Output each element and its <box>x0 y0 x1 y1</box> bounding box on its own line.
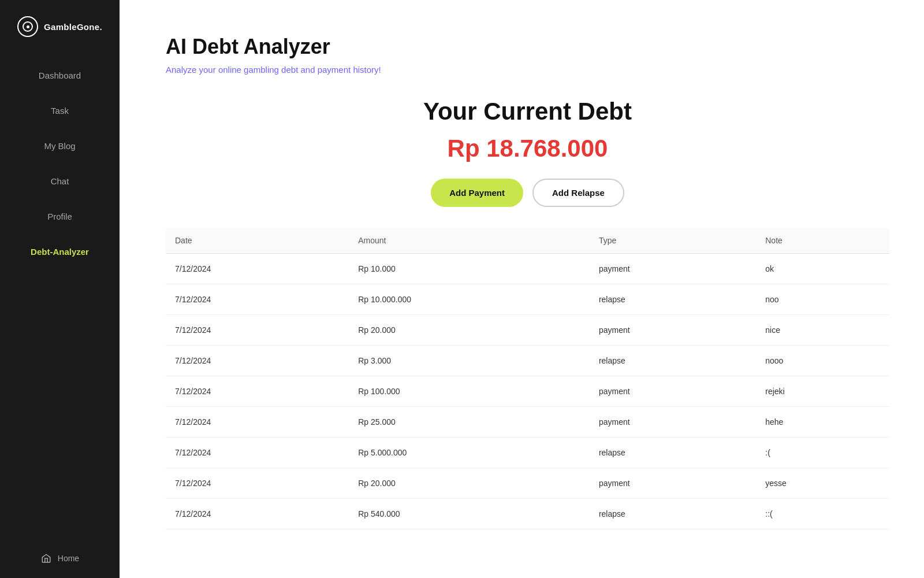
cell-amount: Rp 5.000.000 <box>349 438 590 468</box>
cell-amount: Rp 100.000 <box>349 376 590 407</box>
sidebar: GambleGone. Dashboard Task My Blog Chat … <box>0 0 120 578</box>
table-row: 7/12/2024 Rp 10.000 payment ok <box>166 254 889 284</box>
cell-date: 7/12/2024 <box>166 407 349 438</box>
page-subtitle: Analyze your online gambling debt and pa… <box>166 65 889 75</box>
cell-date: 7/12/2024 <box>166 499 349 529</box>
cell-amount: Rp 10.000 <box>349 254 590 284</box>
cell-amount: Rp 25.000 <box>349 407 590 438</box>
table-row: 7/12/2024 Rp 25.000 payment hehe <box>166 407 889 438</box>
cell-type: relapse <box>590 499 756 529</box>
cell-type: payment <box>590 315 756 346</box>
cell-amount: Rp 10.000.000 <box>349 284 590 315</box>
table-row: 7/12/2024 Rp 20.000 payment yesse <box>166 468 889 499</box>
cell-date: 7/12/2024 <box>166 284 349 315</box>
cell-type: payment <box>590 376 756 407</box>
home-icon <box>40 553 52 564</box>
cell-note: rejeki <box>756 376 889 407</box>
cell-date: 7/12/2024 <box>166 438 349 468</box>
cell-date: 7/12/2024 <box>166 468 349 499</box>
sidebar-logo: GambleGone. <box>0 0 120 58</box>
cell-type: relapse <box>590 284 756 315</box>
col-header-note: Note <box>756 228 889 254</box>
col-header-date: Date <box>166 228 349 254</box>
cell-type: payment <box>590 254 756 284</box>
sidebar-item-chat[interactable]: Chat <box>0 164 120 199</box>
table-row: 7/12/2024 Rp 540.000 relapse ::( <box>166 499 889 529</box>
cell-amount: Rp 20.000 <box>349 315 590 346</box>
cell-type: payment <box>590 407 756 438</box>
page-title: AI Debt Analyzer <box>166 35 889 59</box>
table-header: Date Amount Type Note <box>166 228 889 254</box>
sidebar-nav: Dashboard Task My Blog Chat Profile Debt… <box>0 58 120 578</box>
cell-note: ok <box>756 254 889 284</box>
debt-label: Your Current Debt <box>166 98 889 125</box>
table-row: 7/12/2024 Rp 10.000.000 relapse noo <box>166 284 889 315</box>
cell-note: ::( <box>756 499 889 529</box>
add-relapse-button[interactable]: Add Relapse <box>532 179 624 207</box>
cell-date: 7/12/2024 <box>166 346 349 376</box>
debt-actions: Add Payment Add Relapse <box>166 179 889 207</box>
cell-type: relapse <box>590 438 756 468</box>
col-header-type: Type <box>590 228 756 254</box>
sidebar-item-task[interactable]: Task <box>0 93 120 128</box>
main-content: AI Debt Analyzer Analyze your online gam… <box>120 0 924 578</box>
cell-date: 7/12/2024 <box>166 254 349 284</box>
cell-note: yesse <box>756 468 889 499</box>
table-row: 7/12/2024 Rp 100.000 payment rejeki <box>166 376 889 407</box>
cell-amount: Rp 540.000 <box>349 499 590 529</box>
cell-note: hehe <box>756 407 889 438</box>
table-row: 7/12/2024 Rp 3.000 relapse nooo <box>166 346 889 376</box>
logo-dot <box>27 25 29 28</box>
cell-note: noo <box>756 284 889 315</box>
debt-table: Date Amount Type Note 7/12/2024 Rp 10.00… <box>166 228 889 529</box>
sidebar-item-my-blog[interactable]: My Blog <box>0 128 120 164</box>
add-payment-button[interactable]: Add Payment <box>431 179 523 207</box>
cell-type: payment <box>590 468 756 499</box>
table-row: 7/12/2024 Rp 20.000 payment nice <box>166 315 889 346</box>
cell-note: :( <box>756 438 889 468</box>
sidebar-item-debt-analyzer[interactable]: Debt-Analyzer <box>0 234 120 269</box>
cell-amount: Rp 3.000 <box>349 346 590 376</box>
debt-section: Your Current Debt Rp 18.768.000 Add Paym… <box>166 98 889 207</box>
cell-date: 7/12/2024 <box>166 315 349 346</box>
sidebar-item-profile[interactable]: Profile <box>0 199 120 234</box>
logo-text: GambleGone. <box>44 22 102 32</box>
home-label: Home <box>58 554 79 563</box>
cell-note: nice <box>756 315 889 346</box>
logo-inner-icon <box>23 21 33 32</box>
cell-note: nooo <box>756 346 889 376</box>
sidebar-home[interactable]: Home <box>0 553 120 564</box>
logo-icon <box>17 16 38 37</box>
sidebar-item-dashboard[interactable]: Dashboard <box>0 58 120 93</box>
cell-type: relapse <box>590 346 756 376</box>
table-body: 7/12/2024 Rp 10.000 payment ok 7/12/2024… <box>166 254 889 529</box>
col-header-amount: Amount <box>349 228 590 254</box>
cell-amount: Rp 20.000 <box>349 468 590 499</box>
table-row: 7/12/2024 Rp 5.000.000 relapse :( <box>166 438 889 468</box>
debt-amount: Rp 18.768.000 <box>166 135 889 162</box>
cell-date: 7/12/2024 <box>166 376 349 407</box>
